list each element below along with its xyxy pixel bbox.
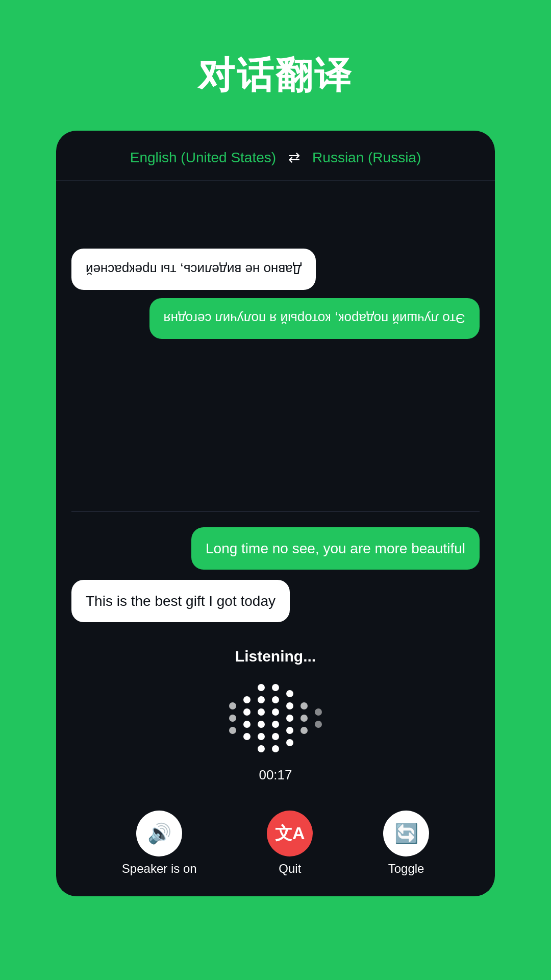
upper-messages: Это лучший подарок, который я получил се… <box>71 196 480 339</box>
swap-icon[interactable]: ⇄ <box>288 149 300 166</box>
speaker-icon: 🔊 <box>147 822 171 845</box>
wave-col-3 <box>258 684 265 752</box>
translate-icon: 文A <box>275 822 305 845</box>
listening-section: Listening... <box>56 632 495 800</box>
wave-col-1 <box>229 702 236 734</box>
wave-col-7 <box>315 708 322 728</box>
speaker-label: Speaker is on <box>122 862 197 876</box>
lower-messages: Long time no see, you are more beautiful… <box>71 512 480 632</box>
flipped-message-2: Давно не виделись, ты прекрасней <box>71 249 316 289</box>
toggle-control[interactable]: 🔄 Toggle <box>383 811 429 876</box>
wave-col-5 <box>286 690 293 746</box>
language-bar: English (United States) ⇄ Russian (Russi… <box>56 131 495 181</box>
bottom-controls: 🔊 Speaker is on 文A Quit 🔄 Toggle <box>56 800 495 896</box>
speaker-button[interactable]: 🔊 <box>136 811 182 856</box>
left-language[interactable]: English (United States) <box>130 150 276 166</box>
waveform <box>229 677 322 759</box>
quit-button[interactable]: 文A <box>267 811 313 856</box>
wave-col-2 <box>243 696 251 740</box>
refresh-icon: 🔄 <box>394 822 418 845</box>
wave-col-4 <box>272 684 279 752</box>
speaker-control[interactable]: 🔊 Speaker is on <box>122 811 197 876</box>
listening-status: Listening... <box>235 648 316 665</box>
quit-control[interactable]: 文A Quit <box>267 811 313 876</box>
wave-col-6 <box>300 702 308 734</box>
toggle-button[interactable]: 🔄 <box>383 811 429 856</box>
flipped-message-1: Это лучший подарок, который я получил се… <box>149 298 480 339</box>
timer: 00:17 <box>259 767 292 783</box>
normal-message-1: Long time no see, you are more beautiful <box>191 527 480 570</box>
right-language[interactable]: Russian (Russia) <box>312 150 421 166</box>
app-title: 对话翻译 <box>198 51 353 100</box>
main-card: English (United States) ⇄ Russian (Russi… <box>56 131 495 896</box>
normal-message-2: This is the best gift I got today <box>71 580 290 622</box>
messages-area: Это лучший подарок, который я получил се… <box>56 181 495 511</box>
lower-messages-wrapper: Long time no see, you are more beautiful… <box>56 512 495 632</box>
quit-label: Quit <box>279 862 301 876</box>
toggle-label: Toggle <box>388 862 424 876</box>
